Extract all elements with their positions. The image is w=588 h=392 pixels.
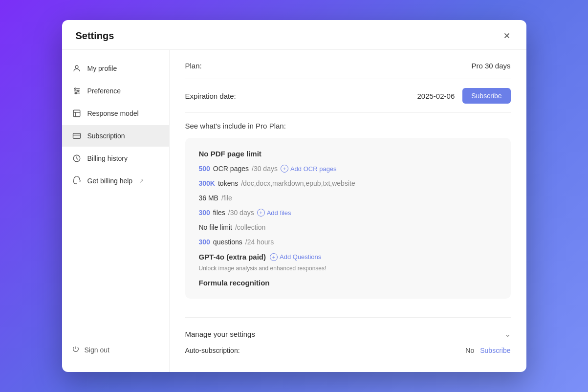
expiry-label: Expiration date:: [185, 92, 236, 100]
formula-text: Formula recognition: [199, 279, 270, 287]
feature-row-gpt4o: GPT-4o (extra paid) + Add Questions Unlo…: [199, 253, 497, 272]
files-muted: /30 days: [228, 209, 254, 217]
close-button[interactable]: [501, 30, 513, 42]
sidebar-nav: My profile Preference: [62, 58, 169, 192]
tokens-text: tokens: [218, 179, 238, 187]
credit-card-icon: [72, 131, 82, 141]
sidebar-item-response-model[interactable]: Response model: [62, 103, 169, 124]
add-circle-icon: +: [281, 165, 288, 173]
user-icon: [72, 64, 82, 73]
ocr-muted: /30 days: [252, 165, 278, 173]
clock-icon: [72, 153, 82, 163]
plan-label: Plan:: [185, 62, 202, 70]
mb-muted: /file: [221, 194, 232, 202]
tokens-highlight: 300K: [199, 179, 215, 187]
sign-out-button[interactable]: Sign out: [72, 341, 109, 358]
svg-rect-7: [73, 110, 80, 117]
sidebar-item-billing-history[interactable]: Billing history: [62, 148, 169, 169]
feature-row-tokens: 300K tokens /doc,docx,markdown,epub,txt,…: [199, 179, 497, 187]
feature-row-mb: 36 MB /file: [199, 194, 497, 202]
expiry-right: 2025-02-06 Subscribe: [417, 88, 511, 104]
auto-sub-label: Auto-subscription:: [185, 347, 240, 354]
questions-text: questions: [213, 238, 242, 246]
modal-body: My profile Preference: [62, 50, 526, 372]
svg-point-0: [75, 65, 78, 68]
svg-point-6: [75, 92, 77, 94]
chevron-down-icon: ⌄: [504, 329, 511, 339]
add-questions-circle-icon: +: [270, 253, 278, 261]
layout-icon: [72, 109, 82, 118]
sidebar-item-preference[interactable]: Preference: [62, 80, 169, 102]
headset-icon: [72, 176, 82, 186]
add-ocr-link[interactable]: + Add OCR pages: [281, 165, 337, 173]
feature-row-formula: Formula recognition: [199, 279, 497, 287]
tokens-muted: /doc,docx,markdown,epub,txt,website: [241, 179, 355, 187]
add-files-link[interactable]: + Add files: [257, 209, 291, 217]
ocr-text: OCR pages: [213, 165, 249, 173]
section-divider: [185, 317, 511, 318]
questions-highlight: 300: [199, 238, 210, 246]
sidebar-item-subscription[interactable]: Subscription: [62, 125, 169, 147]
feature-row-questions: 300 questions /24 hours: [199, 238, 497, 246]
feature-row-ocr: 500 OCR pages /30 days + Add OCR pages: [199, 165, 497, 173]
add-files-circle-icon: +: [257, 209, 265, 217]
plan-value: Pro 30 days: [471, 62, 510, 70]
sidebar-bottom: Sign out: [62, 335, 169, 364]
files-text: files: [213, 209, 225, 217]
power-icon: [72, 345, 80, 354]
modal-title: Settings: [76, 30, 114, 42]
gpt4o-subtext: Unlock image analysis and enhanced respo…: [199, 265, 327, 272]
no-pdf-text: No PDF page limit: [199, 150, 261, 158]
auto-sub-right: No Subscribe: [465, 347, 510, 354]
ocr-highlight: 500: [199, 165, 210, 173]
add-questions-link[interactable]: + Add Questions: [270, 253, 321, 261]
expiry-date: 2025-02-06: [417, 92, 455, 100]
auto-subscription-row: Auto-subscription: No Subscribe: [185, 341, 511, 360]
svg-rect-10: [73, 133, 80, 139]
settings-modal: Settings My profile: [62, 20, 526, 372]
auto-sub-subscribe-link[interactable]: Subscribe: [480, 347, 510, 354]
manage-row[interactable]: Manage your settings ⌄: [185, 327, 511, 341]
sidebar-item-get-billing-help[interactable]: Get billing help ↗: [62, 170, 169, 192]
svg-point-4: [74, 88, 76, 89]
feature-row-no-pdf: No PDF page limit: [199, 150, 497, 158]
pro-plan-section: See what's include in Pro Plan: No PDF p…: [185, 113, 511, 307]
no-file-limit-muted: /collection: [235, 223, 265, 231]
plan-row: Plan: Pro 30 days: [185, 62, 511, 79]
sliders-icon: [72, 86, 82, 96]
content-area: Plan: Pro 30 days Expiration date: 2025-…: [170, 50, 526, 372]
svg-point-5: [77, 90, 79, 92]
pro-features-box: No PDF page limit 500 OCR pages /30 days…: [185, 138, 511, 299]
expiry-row: Expiration date: 2025-02-06 Subscribe: [185, 79, 511, 113]
manage-title: Manage your settings: [185, 330, 255, 338]
sidebar-item-my-profile[interactable]: My profile: [62, 58, 169, 79]
questions-muted: /24 hours: [245, 238, 274, 246]
modal-header: Settings: [62, 20, 526, 50]
subscribe-button[interactable]: Subscribe: [462, 88, 510, 104]
feature-row-no-file-limit: No file limit /collection: [199, 223, 497, 231]
files-highlight: 300: [199, 209, 210, 217]
close-icon: [503, 32, 511, 40]
no-file-limit-text: No file limit: [199, 223, 232, 231]
sidebar: My profile Preference: [62, 50, 170, 372]
external-link-icon: ↗: [139, 178, 144, 184]
pro-plan-title: See what's include in Pro Plan:: [185, 122, 511, 130]
feature-row-files: 300 files /30 days + Add files: [199, 209, 497, 217]
auto-sub-value: No: [465, 347, 474, 354]
mb-text: 36 MB: [199, 194, 218, 202]
gpt4o-text: GPT-4o (extra paid): [199, 253, 266, 261]
